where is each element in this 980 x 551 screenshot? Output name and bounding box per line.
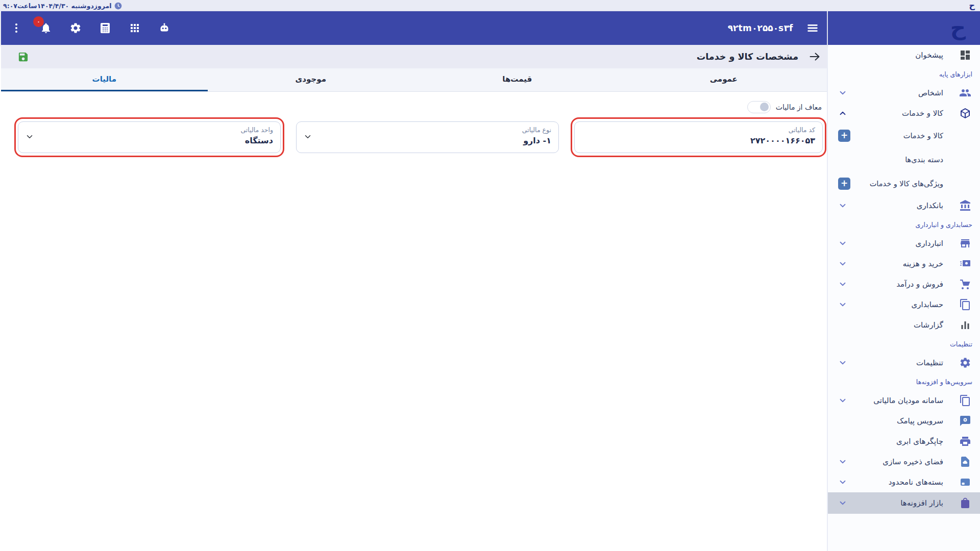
sidebar-item-reports[interactable]: گزارشات	[828, 315, 980, 335]
gears-icon	[959, 357, 971, 369]
kebab-menu-icon[interactable]	[9, 21, 23, 35]
apps-grid-icon[interactable]	[128, 21, 142, 35]
sidebar-item-purchase-expense[interactable]: خرید و هزینه	[828, 254, 980, 274]
top-navbar: ۹۲tm۰۲۵۵۰s۳f ۰	[1, 11, 827, 45]
add-plus-button[interactable]: +	[838, 178, 850, 190]
bank-icon	[959, 199, 971, 212]
dashboard-icon	[959, 49, 971, 61]
sidebar-item-sms-service[interactable]: سرویس پیامک	[828, 411, 980, 431]
back-arrow-icon[interactable]	[808, 51, 821, 63]
chevron-down-icon	[838, 88, 847, 97]
tab-general[interactable]: عمومی	[621, 68, 827, 91]
sidebar-item-unlimited-packages[interactable]: بسته‌های نامحدود	[828, 472, 980, 492]
cube-icon	[959, 107, 971, 119]
sidebar-item-addons-market[interactable]: بازار افزونه‌ها	[828, 492, 980, 514]
sidebar-section-services-addons: سرویس‌ها و افزونه‌ها	[828, 373, 980, 390]
content: معاف از مالیات کد مالیاتی ۲۷۲۰۰۰۰۱۶۶۰۵۳ …	[1, 92, 827, 551]
apps-grid-icon	[129, 22, 141, 34]
tax-fields-row: کد مالیاتی ۲۷۲۰۰۰۰۱۶۶۰۵۳ نوع مالیاتی ۱- …	[18, 121, 823, 153]
chevron-down-icon	[838, 478, 847, 487]
tab-prices[interactable]: قیمت‌ها	[414, 68, 621, 91]
chevron-up-icon	[838, 109, 847, 118]
calculator-icon	[99, 22, 111, 34]
field-tax-unit[interactable]: واحد مالیاتی دستگاه	[18, 121, 281, 153]
date-text: امروزدوشنبه ۱۴۰۴/۴/۳۰ساعت۹:۰۷	[3, 2, 112, 10]
sidebar-section-basic-tools: ابزارهای پایه	[828, 65, 980, 83]
chevron-down-icon	[838, 239, 847, 248]
pages-icon	[959, 298, 971, 311]
page-title: مشخصات کالا و خدمات	[697, 52, 798, 62]
bell-icon[interactable]: ۰	[39, 21, 53, 35]
main-area: ۹۲tm۰۲۵۵۰s۳f ۰ مشخصات کالا و خدمات عمومی…	[1, 11, 827, 551]
chevron-down-icon	[838, 457, 847, 466]
sidebar-section-accounting-warehousing: حسابداری و انبارداری	[828, 216, 980, 233]
chevron-down-icon	[838, 396, 847, 405]
pages-icon	[959, 394, 971, 407]
sidebar-item-goods-services-sub[interactable]: کالا و خدمات +	[828, 123, 980, 147]
sidebar-item-accounting[interactable]: حسابداری	[828, 294, 980, 315]
chevron-down-icon	[303, 132, 312, 141]
store-icon	[959, 237, 971, 249]
notification-badge: ۰	[33, 16, 44, 27]
cloud-file-icon	[959, 456, 971, 468]
robot-icon[interactable]	[157, 21, 172, 35]
sidebar-item-warehousing[interactable]: انبارداری	[828, 233, 980, 254]
sidebar-item-storage-space[interactable]: فضای ذخیره سازی	[828, 452, 980, 472]
sidebar-nav: پیشخوان ابزارهای پایه اشخاص کالا و خدمات…	[828, 45, 980, 551]
sidebar-header: ح	[828, 11, 980, 45]
calculator-icon[interactable]	[98, 21, 112, 35]
sidebar-item-goods-services[interactable]: کالا و خدمات	[828, 103, 980, 123]
field-tax-type[interactable]: نوع مالیاتی ۱- دارو	[296, 121, 559, 153]
chevron-down-icon	[25, 132, 34, 141]
sms-bubble-icon	[959, 415, 971, 427]
sidebar-section-settings-section: تنظیمات	[828, 335, 980, 353]
chevron-down-icon	[838, 280, 847, 289]
add-plus-button[interactable]: +	[838, 130, 850, 142]
brand-mini-logo: ح	[969, 1, 975, 11]
sidebar-item-dashboard[interactable]: پیشخوان	[828, 45, 980, 65]
cash-icon	[959, 258, 971, 270]
clock-icon	[114, 2, 122, 10]
tab-tax[interactable]: مالیات	[1, 68, 208, 91]
gear-icon[interactable]	[68, 21, 83, 35]
exempt-toggle-switch[interactable]	[747, 101, 771, 113]
toggle-knob	[760, 103, 769, 111]
kebab-menu-icon	[10, 22, 22, 34]
chevron-down-icon	[838, 201, 847, 210]
sidebar-item-settings[interactable]: تنظیمات	[828, 353, 980, 373]
cart-icon	[959, 278, 971, 290]
license-code: ۹۲tm۰۲۵۵۰s۳f	[728, 23, 793, 33]
bar-chart-icon	[959, 319, 971, 331]
package-icon	[959, 476, 971, 488]
cloud-printer-icon	[959, 435, 971, 447]
exempt-toggle-row: معاف از مالیات	[1, 101, 822, 113]
chevron-down-icon	[838, 358, 847, 367]
sidebar-item-banking[interactable]: بانکداری	[828, 195, 980, 216]
robot-icon	[158, 22, 170, 34]
top-strip: ح امروزدوشنبه ۱۴۰۴/۴/۳۰ساعت۹:۰۷	[0, 0, 980, 11]
sidebar-item-categories[interactable]: دسته بندی‌ها	[828, 147, 980, 171]
tab-inventory[interactable]: موجودی	[208, 68, 414, 91]
sidebar-item-people[interactable]: اشخاص	[828, 83, 980, 103]
save-icon[interactable]	[17, 51, 29, 63]
title-bar: مشخصات کالا و خدمات	[1, 45, 827, 68]
sidebar-item-cloud-printers[interactable]: چاپگرهای ابری	[828, 431, 980, 452]
chevron-down-icon	[838, 259, 847, 268]
shopping-bag-icon	[959, 497, 971, 509]
sidebar-item-goods-attributes[interactable]: ویژگی‌های کالا و خدمات +	[828, 171, 980, 195]
today-date: امروزدوشنبه ۱۴۰۴/۴/۳۰ساعت۹:۰۷	[3, 2, 122, 10]
app-logo[interactable]: ح	[950, 17, 966, 39]
people-icon	[959, 87, 971, 99]
tab-bar: عمومیقیمت‌هاموجودیمالیات	[1, 68, 827, 92]
sidebar-item-tax-moadian-system[interactable]: سامانه مودیان مالیاتی	[828, 390, 980, 411]
sidebar-item-sales-income[interactable]: فروش و درآمد	[828, 274, 980, 294]
chevron-down-icon	[838, 498, 847, 508]
field-tax-code[interactable]: کد مالیاتی ۲۷۲۰۰۰۰۱۶۶۰۵۳	[574, 121, 823, 153]
exempt-toggle-label: معاف از مالیات	[776, 103, 822, 111]
sidebar: ح پیشخوان ابزارهای پایه اشخاص کالا و خدم…	[827, 11, 980, 551]
gear-icon	[69, 22, 82, 34]
navbar-icons: ۰	[9, 21, 172, 35]
hamburger-icon[interactable]	[805, 21, 820, 35]
chevron-down-icon	[838, 300, 847, 309]
